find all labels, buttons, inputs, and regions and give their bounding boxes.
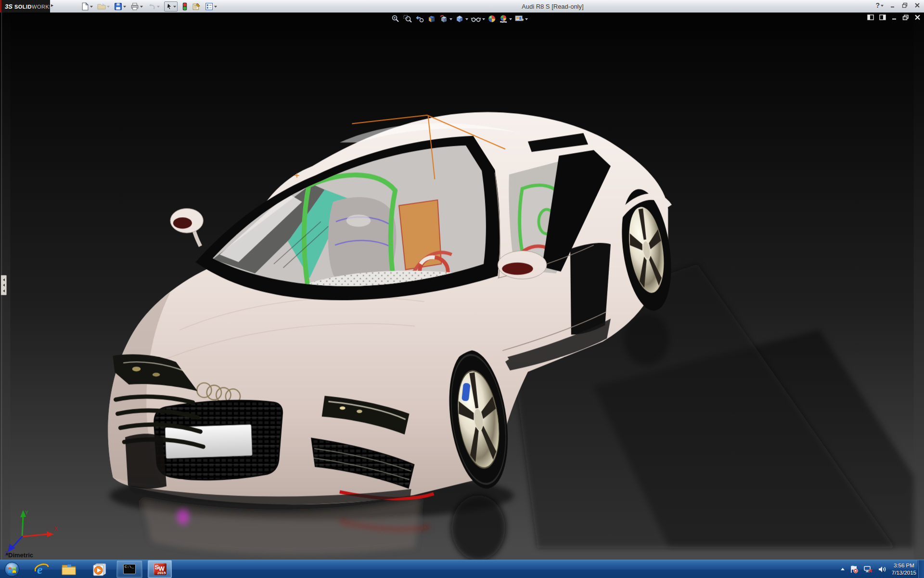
clock-time: 3:56 PM	[892, 562, 916, 569]
solidworks-logo: 3S SOLIDWORKS	[0, 0, 50, 13]
dropdown-caret-icon[interactable]	[140, 6, 143, 9]
volume-icon[interactable]	[878, 565, 887, 574]
restore-button[interactable]	[902, 2, 908, 8]
dropdown-caret-icon[interactable]	[509, 18, 512, 22]
appearance-colors-button[interactable]	[182, 2, 188, 11]
close-button[interactable]	[914, 2, 920, 8]
dropdown-caret-icon[interactable]	[123, 6, 126, 9]
dropdown-caret-icon[interactable]	[449, 18, 452, 22]
show-desktop-button[interactable]	[918, 560, 924, 578]
dropdown-caret-icon[interactable]	[173, 6, 176, 9]
section-view-icon	[427, 14, 436, 23]
select-cursor-icon	[166, 2, 173, 11]
checklist-icon	[205, 2, 213, 11]
taskbar-internet-explorer[interactable]: e	[32, 560, 52, 578]
pane-left-button[interactable]	[867, 14, 874, 20]
traffic-light-icon	[182, 2, 188, 11]
help-button[interactable]: ?	[875, 1, 884, 9]
collapse-arrow-icon	[1, 289, 5, 292]
taskbar-media-player[interactable]	[90, 560, 110, 578]
apply-scene-button[interactable]	[499, 14, 512, 23]
brand-mark: 3S	[5, 3, 13, 10]
minimize-button[interactable]	[890, 2, 896, 8]
windows-taskbar: e C:\_ S W 2015	[0, 560, 924, 578]
zoom-to-area-icon	[403, 14, 412, 23]
taskbar-command-prompt[interactable]: C:\_	[116, 560, 142, 578]
view-settings-button[interactable]	[514, 14, 528, 23]
taskbar-clock[interactable]: 3:56 PM 7/13/2015	[892, 562, 916, 577]
hide-show-items-button[interactable]	[471, 14, 485, 23]
brand-name-bold: SOLID	[14, 4, 32, 10]
print-button[interactable]	[130, 2, 143, 11]
network-status-icon[interactable]	[863, 565, 873, 574]
dropdown-caret-icon[interactable]	[465, 18, 468, 22]
feature-manager-collapsed-tab[interactable]	[1, 275, 7, 295]
options-checklist-button[interactable]	[205, 2, 217, 11]
menu-expand-arrow-icon[interactable]: ▸	[51, 2, 53, 8]
windows-start-orb-icon	[4, 562, 20, 577]
window-controls: ?	[875, 1, 920, 9]
graphics-viewport[interactable]: Y X Z *Dimetric	[0, 13, 924, 560]
open-document-button[interactable]	[97, 2, 110, 10]
apply-scene-icon	[499, 14, 508, 23]
taskbar-windows-explorer[interactable]	[59, 560, 79, 578]
taskbar-solidworks[interactable]: S W 2015	[148, 560, 172, 578]
action-center-icon[interactable]	[849, 565, 859, 574]
view-orientation-icon	[439, 14, 449, 23]
print-icon	[130, 2, 139, 11]
note-pencil-icon	[192, 2, 201, 11]
save-floppy-icon	[114, 2, 122, 11]
eyeglasses-icon	[471, 14, 481, 23]
view-orientation-label: *Dimetric	[6, 552, 33, 559]
brand-name-light: WORKS	[32, 4, 53, 10]
dropdown-caret-icon[interactable]	[214, 6, 217, 9]
new-document-button[interactable]	[81, 2, 93, 11]
document-window-controls	[867, 14, 921, 20]
system-tray: 3:56 PM 7/13/2015	[841, 560, 916, 578]
dropdown-caret-icon[interactable]	[881, 5, 884, 8]
dropdown-caret-icon[interactable]	[90, 6, 93, 9]
folder-icon	[61, 563, 77, 576]
view-orientation-button[interactable]	[439, 14, 452, 23]
section-view-button[interactable]	[427, 14, 436, 23]
collapse-arrow-icon	[1, 278, 5, 281]
dropdown-caret-icon[interactable]	[157, 6, 160, 9]
dropdown-caret-icon[interactable]	[107, 6, 110, 9]
wheel-arch-left	[125, 434, 167, 489]
save-button[interactable]	[114, 2, 126, 11]
view-settings-icon	[514, 14, 524, 23]
undo-arrow-icon	[147, 2, 156, 11]
edit-appearance-button[interactable]	[488, 14, 496, 23]
help-icon: ?	[875, 1, 880, 9]
title-bar: 3S SOLIDWORKS ▸	[0, 0, 924, 13]
pane-right-button[interactable]	[879, 14, 886, 20]
desktop: { "titlebar": { "brand": {"mark": "3S", …	[0, 0, 924, 578]
doc-minimize-button[interactable]	[891, 14, 897, 20]
edit-annotation-button[interactable]	[192, 2, 201, 11]
zoom-to-area-button[interactable]	[403, 14, 412, 23]
display-style-icon	[455, 14, 464, 23]
select-tool-button[interactable]	[164, 1, 178, 12]
dropdown-caret-icon[interactable]	[525, 18, 528, 22]
display-style-button[interactable]	[455, 14, 468, 23]
sideblade-vent[interactable]	[570, 243, 611, 334]
appearance-sphere-icon	[488, 14, 496, 23]
triad-y-label: Y	[25, 510, 29, 515]
doc-restore-button[interactable]	[902, 14, 909, 20]
window-title: Audi R8 S [Read-only]	[522, 3, 584, 10]
show-hidden-icons-button[interactable]	[841, 566, 845, 570]
doc-close-button[interactable]	[914, 14, 921, 20]
dropdown-caret-icon[interactable]	[482, 18, 485, 22]
collapse-arrow-icon	[1, 284, 5, 287]
model-canvas[interactable]	[0, 13, 924, 560]
undo-button[interactable]	[147, 2, 160, 11]
start-button[interactable]	[3, 560, 21, 578]
open-folder-icon	[97, 2, 106, 10]
orientation-triad[interactable]: Y X Z	[4, 508, 59, 558]
zoom-to-fit-button[interactable]	[391, 14, 400, 23]
previous-view-button[interactable]	[415, 14, 424, 23]
mirror-right[interactable]	[498, 251, 547, 279]
standard-toolbar	[81, 1, 217, 12]
minimize-icon	[890, 2, 896, 8]
zoom-to-fit-icon	[391, 14, 400, 23]
